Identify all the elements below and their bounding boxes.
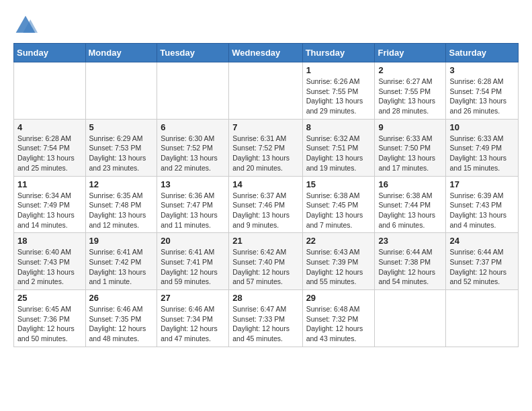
day-info: Sunrise: 6:26 AM Sunset: 7:55 PM Dayligh… bbox=[306, 77, 371, 116]
calendar-header-saturday: Saturday bbox=[446, 44, 519, 62]
day-info: Sunrise: 6:37 AM Sunset: 7:46 PM Dayligh… bbox=[232, 191, 298, 230]
calendar-cell: 16Sunrise: 6:38 AM Sunset: 7:44 PM Dayli… bbox=[375, 176, 446, 233]
day-number: 4 bbox=[17, 122, 82, 132]
day-info: Sunrise: 6:30 AM Sunset: 7:52 PM Dayligh… bbox=[161, 134, 225, 173]
calendar-cell: 10Sunrise: 6:33 AM Sunset: 7:49 PM Dayli… bbox=[446, 119, 519, 176]
day-number: 11 bbox=[17, 179, 82, 189]
calendar-header-thursday: Thursday bbox=[302, 44, 375, 62]
day-number: 25 bbox=[17, 293, 82, 303]
calendar-cell: 6Sunrise: 6:30 AM Sunset: 7:52 PM Daylig… bbox=[157, 119, 229, 176]
day-number: 17 bbox=[449, 179, 515, 189]
calendar-cell: 2Sunrise: 6:27 AM Sunset: 7:55 PM Daylig… bbox=[375, 62, 446, 120]
calendar-header-sunday: Sunday bbox=[14, 44, 86, 62]
calendar-week-row: 25Sunrise: 6:45 AM Sunset: 7:36 PM Dayli… bbox=[14, 290, 519, 347]
calendar-header-monday: Monday bbox=[85, 44, 157, 62]
day-number: 21 bbox=[232, 236, 298, 246]
day-info: Sunrise: 6:38 AM Sunset: 7:45 PM Dayligh… bbox=[306, 191, 371, 230]
calendar-cell: 21Sunrise: 6:42 AM Sunset: 7:40 PM Dayli… bbox=[229, 233, 302, 290]
day-info: Sunrise: 6:28 AM Sunset: 7:54 PM Dayligh… bbox=[17, 134, 82, 173]
day-info: Sunrise: 6:33 AM Sunset: 7:49 PM Dayligh… bbox=[449, 134, 515, 173]
calendar-cell: 3Sunrise: 6:28 AM Sunset: 7:54 PM Daylig… bbox=[446, 62, 519, 120]
day-info: Sunrise: 6:43 AM Sunset: 7:39 PM Dayligh… bbox=[306, 247, 371, 287]
day-info: Sunrise: 6:46 AM Sunset: 7:35 PM Dayligh… bbox=[89, 304, 154, 344]
day-number: 19 bbox=[89, 236, 154, 246]
calendar-cell: 17Sunrise: 6:39 AM Sunset: 7:43 PM Dayli… bbox=[446, 176, 519, 233]
calendar-cell: 5Sunrise: 6:29 AM Sunset: 7:53 PM Daylig… bbox=[85, 119, 157, 176]
calendar-cell: 26Sunrise: 6:46 AM Sunset: 7:35 PM Dayli… bbox=[85, 290, 157, 347]
calendar-cell bbox=[85, 62, 157, 120]
day-info: Sunrise: 6:47 AM Sunset: 7:33 PM Dayligh… bbox=[232, 304, 298, 344]
day-number: 28 bbox=[232, 293, 298, 303]
day-info: Sunrise: 6:44 AM Sunset: 7:38 PM Dayligh… bbox=[378, 247, 442, 287]
day-number: 16 bbox=[378, 179, 442, 189]
page: SundayMondayTuesdayWednesdayThursdayFrid… bbox=[0, 0, 532, 354]
calendar-cell: 25Sunrise: 6:45 AM Sunset: 7:36 PM Dayli… bbox=[14, 290, 86, 347]
calendar-cell bbox=[157, 62, 229, 120]
calendar-cell bbox=[229, 62, 302, 120]
day-info: Sunrise: 6:42 AM Sunset: 7:40 PM Dayligh… bbox=[232, 247, 298, 287]
calendar-cell: 14Sunrise: 6:37 AM Sunset: 7:46 PM Dayli… bbox=[229, 176, 302, 233]
calendar-week-row: 18Sunrise: 6:40 AM Sunset: 7:43 PM Dayli… bbox=[14, 233, 519, 290]
calendar-cell: 27Sunrise: 6:46 AM Sunset: 7:34 PM Dayli… bbox=[157, 290, 229, 347]
header bbox=[13, 11, 519, 38]
day-number: 15 bbox=[306, 179, 371, 189]
day-number: 10 bbox=[449, 122, 515, 132]
day-info: Sunrise: 6:44 AM Sunset: 7:37 PM Dayligh… bbox=[449, 247, 515, 287]
calendar-cell: 7Sunrise: 6:31 AM Sunset: 7:52 PM Daylig… bbox=[229, 119, 302, 176]
logo bbox=[13, 13, 42, 38]
calendar-week-row: 4Sunrise: 6:28 AM Sunset: 7:54 PM Daylig… bbox=[14, 119, 519, 176]
day-info: Sunrise: 6:40 AM Sunset: 7:43 PM Dayligh… bbox=[17, 247, 82, 287]
day-info: Sunrise: 6:45 AM Sunset: 7:36 PM Dayligh… bbox=[17, 304, 82, 344]
day-info: Sunrise: 6:28 AM Sunset: 7:54 PM Dayligh… bbox=[449, 77, 515, 116]
calendar-cell: 28Sunrise: 6:47 AM Sunset: 7:33 PM Dayli… bbox=[229, 290, 302, 347]
calendar-cell: 20Sunrise: 6:41 AM Sunset: 7:41 PM Dayli… bbox=[157, 233, 229, 290]
day-number: 5 bbox=[89, 122, 154, 132]
day-number: 12 bbox=[89, 179, 154, 189]
calendar-cell: 19Sunrise: 6:41 AM Sunset: 7:42 PM Dayli… bbox=[85, 233, 157, 290]
calendar-cell: 12Sunrise: 6:35 AM Sunset: 7:48 PM Dayli… bbox=[85, 176, 157, 233]
day-number: 18 bbox=[17, 236, 82, 246]
day-number: 3 bbox=[449, 65, 515, 75]
day-info: Sunrise: 6:35 AM Sunset: 7:48 PM Dayligh… bbox=[89, 191, 154, 230]
logo-icon bbox=[13, 13, 38, 38]
day-info: Sunrise: 6:46 AM Sunset: 7:34 PM Dayligh… bbox=[161, 304, 225, 344]
calendar-cell bbox=[446, 290, 519, 347]
day-info: Sunrise: 6:41 AM Sunset: 7:41 PM Dayligh… bbox=[161, 247, 225, 287]
day-info: Sunrise: 6:39 AM Sunset: 7:43 PM Dayligh… bbox=[449, 191, 515, 230]
day-info: Sunrise: 6:36 AM Sunset: 7:47 PM Dayligh… bbox=[161, 191, 225, 230]
calendar-cell: 15Sunrise: 6:38 AM Sunset: 7:45 PM Dayli… bbox=[302, 176, 375, 233]
day-number: 27 bbox=[161, 293, 225, 303]
calendar-cell: 9Sunrise: 6:33 AM Sunset: 7:50 PM Daylig… bbox=[375, 119, 446, 176]
calendar-header-wednesday: Wednesday bbox=[229, 44, 302, 62]
day-number: 6 bbox=[161, 122, 225, 132]
calendar-header-row: SundayMondayTuesdayWednesdayThursdayFrid… bbox=[14, 44, 519, 62]
calendar-cell bbox=[14, 62, 86, 120]
day-info: Sunrise: 6:33 AM Sunset: 7:50 PM Dayligh… bbox=[378, 134, 442, 173]
calendar-cell bbox=[375, 290, 446, 347]
calendar-cell: 1Sunrise: 6:26 AM Sunset: 7:55 PM Daylig… bbox=[302, 62, 375, 120]
day-info: Sunrise: 6:48 AM Sunset: 7:32 PM Dayligh… bbox=[306, 304, 371, 344]
day-info: Sunrise: 6:38 AM Sunset: 7:44 PM Dayligh… bbox=[378, 191, 442, 230]
day-info: Sunrise: 6:32 AM Sunset: 7:51 PM Dayligh… bbox=[306, 134, 371, 173]
day-info: Sunrise: 6:31 AM Sunset: 7:52 PM Dayligh… bbox=[232, 134, 298, 173]
day-number: 29 bbox=[306, 293, 371, 303]
day-info: Sunrise: 6:27 AM Sunset: 7:55 PM Dayligh… bbox=[378, 77, 442, 116]
day-number: 7 bbox=[232, 122, 298, 132]
calendar-cell: 11Sunrise: 6:34 AM Sunset: 7:49 PM Dayli… bbox=[14, 176, 86, 233]
calendar-cell: 22Sunrise: 6:43 AM Sunset: 7:39 PM Dayli… bbox=[302, 233, 375, 290]
day-number: 1 bbox=[306, 65, 371, 75]
day-number: 24 bbox=[449, 236, 515, 246]
calendar-header-tuesday: Tuesday bbox=[157, 44, 229, 62]
day-number: 26 bbox=[89, 293, 154, 303]
calendar-cell: 29Sunrise: 6:48 AM Sunset: 7:32 PM Dayli… bbox=[302, 290, 375, 347]
day-number: 14 bbox=[232, 179, 298, 189]
calendar-cell: 23Sunrise: 6:44 AM Sunset: 7:38 PM Dayli… bbox=[375, 233, 446, 290]
calendar-cell: 8Sunrise: 6:32 AM Sunset: 7:51 PM Daylig… bbox=[302, 119, 375, 176]
day-number: 20 bbox=[161, 236, 225, 246]
day-number: 9 bbox=[378, 122, 442, 132]
day-number: 13 bbox=[161, 179, 225, 189]
calendar-cell: 18Sunrise: 6:40 AM Sunset: 7:43 PM Dayli… bbox=[14, 233, 86, 290]
day-number: 23 bbox=[378, 236, 442, 246]
calendar-week-row: 11Sunrise: 6:34 AM Sunset: 7:49 PM Dayli… bbox=[14, 176, 519, 233]
calendar-cell: 24Sunrise: 6:44 AM Sunset: 7:37 PM Dayli… bbox=[446, 233, 519, 290]
